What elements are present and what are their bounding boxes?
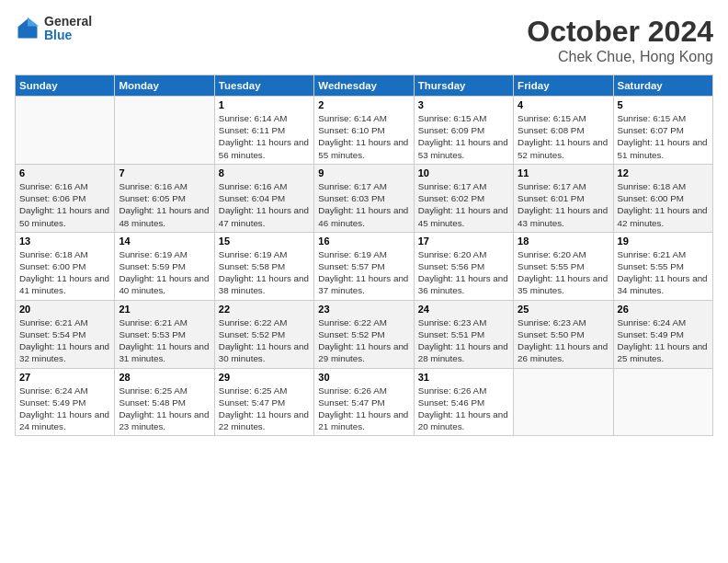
weekday-header-saturday: Saturday bbox=[613, 75, 712, 97]
calendar-cell: 30Sunrise: 6:26 AM Sunset: 5:47 PM Dayli… bbox=[314, 368, 414, 436]
calendar-cell: 9Sunrise: 6:17 AM Sunset: 6:03 PM Daylig… bbox=[314, 164, 414, 232]
calendar-cell: 17Sunrise: 6:20 AM Sunset: 5:56 PM Dayli… bbox=[414, 232, 513, 300]
day-number: 7 bbox=[119, 167, 210, 178]
calendar-cell bbox=[115, 97, 214, 165]
calendar-week-row: 13Sunrise: 6:18 AM Sunset: 6:00 PM Dayli… bbox=[16, 232, 713, 300]
calendar-cell bbox=[613, 368, 712, 436]
calendar-cell: 18Sunrise: 6:20 AM Sunset: 5:55 PM Dayli… bbox=[514, 232, 613, 300]
day-number: 1 bbox=[219, 99, 310, 110]
calendar-week-row: 20Sunrise: 6:21 AM Sunset: 5:54 PM Dayli… bbox=[16, 300, 713, 368]
cell-details: Sunrise: 6:15 AM Sunset: 6:09 PM Dayligh… bbox=[418, 112, 509, 161]
day-number: 30 bbox=[318, 372, 409, 383]
day-number: 22 bbox=[219, 304, 310, 315]
day-number: 5 bbox=[618, 99, 709, 110]
cell-details: Sunrise: 6:25 AM Sunset: 5:48 PM Dayligh… bbox=[119, 385, 210, 433]
cell-details: Sunrise: 6:16 AM Sunset: 6:05 PM Dayligh… bbox=[119, 180, 210, 229]
calendar-cell: 28Sunrise: 6:25 AM Sunset: 5:48 PM Dayli… bbox=[115, 368, 214, 436]
calendar-cell: 7Sunrise: 6:16 AM Sunset: 6:05 PM Daylig… bbox=[115, 164, 214, 232]
calendar-cell: 23Sunrise: 6:22 AM Sunset: 5:52 PM Dayli… bbox=[314, 300, 414, 368]
month-title: October 2024 bbox=[527, 15, 713, 49]
day-number: 21 bbox=[119, 304, 210, 315]
day-number: 26 bbox=[618, 304, 709, 315]
day-number: 9 bbox=[318, 167, 409, 178]
day-number: 13 bbox=[19, 236, 110, 247]
cell-details: Sunrise: 6:20 AM Sunset: 5:55 PM Dayligh… bbox=[518, 248, 609, 297]
cell-details: Sunrise: 6:14 AM Sunset: 6:11 PM Dayligh… bbox=[219, 112, 310, 161]
calendar-cell: 29Sunrise: 6:25 AM Sunset: 5:47 PM Dayli… bbox=[214, 368, 313, 436]
calendar-cell: 4Sunrise: 6:15 AM Sunset: 6:08 PM Daylig… bbox=[514, 97, 613, 165]
calendar-cell: 20Sunrise: 6:21 AM Sunset: 5:54 PM Dayli… bbox=[16, 300, 115, 368]
calendar-cell: 22Sunrise: 6:22 AM Sunset: 5:52 PM Dayli… bbox=[214, 300, 313, 368]
calendar-cell: 16Sunrise: 6:19 AM Sunset: 5:57 PM Dayli… bbox=[314, 232, 414, 300]
cell-details: Sunrise: 6:17 AM Sunset: 6:03 PM Dayligh… bbox=[318, 180, 409, 229]
cell-details: Sunrise: 6:17 AM Sunset: 6:01 PM Dayligh… bbox=[518, 180, 609, 229]
calendar-week-row: 27Sunrise: 6:24 AM Sunset: 5:49 PM Dayli… bbox=[16, 368, 713, 436]
logo-text: General Blue bbox=[44, 15, 92, 43]
cell-details: Sunrise: 6:18 AM Sunset: 6:00 PM Dayligh… bbox=[19, 248, 110, 297]
cell-details: Sunrise: 6:24 AM Sunset: 5:49 PM Dayligh… bbox=[618, 316, 709, 365]
cell-details: Sunrise: 6:21 AM Sunset: 5:53 PM Dayligh… bbox=[119, 316, 210, 365]
cell-details: Sunrise: 6:21 AM Sunset: 5:54 PM Dayligh… bbox=[19, 316, 110, 365]
calendar-table: SundayMondayTuesdayWednesdayThursdayFrid… bbox=[15, 75, 713, 436]
day-number: 14 bbox=[119, 236, 210, 247]
cell-details: Sunrise: 6:19 AM Sunset: 5:59 PM Dayligh… bbox=[119, 248, 210, 297]
title-area: October 2024 Chek Chue, Hong Kong bbox=[527, 15, 713, 65]
weekday-header-monday: Monday bbox=[115, 75, 214, 97]
logo-icon bbox=[15, 16, 40, 41]
calendar-cell: 19Sunrise: 6:21 AM Sunset: 5:55 PM Dayli… bbox=[613, 232, 712, 300]
weekday-header-tuesday: Tuesday bbox=[214, 75, 313, 97]
cell-details: Sunrise: 6:18 AM Sunset: 6:00 PM Dayligh… bbox=[618, 180, 709, 229]
day-number: 19 bbox=[618, 236, 709, 247]
logo-general-text: General bbox=[44, 15, 92, 29]
cell-details: Sunrise: 6:16 AM Sunset: 6:04 PM Dayligh… bbox=[219, 180, 310, 229]
day-number: 6 bbox=[19, 167, 110, 178]
header: General Blue October 2024 Chek Chue, Hon… bbox=[15, 15, 713, 65]
calendar-cell: 27Sunrise: 6:24 AM Sunset: 5:49 PM Dayli… bbox=[16, 368, 115, 436]
day-number: 27 bbox=[19, 372, 110, 383]
calendar-cell: 5Sunrise: 6:15 AM Sunset: 6:07 PM Daylig… bbox=[613, 97, 712, 165]
cell-details: Sunrise: 6:26 AM Sunset: 5:47 PM Dayligh… bbox=[318, 385, 409, 433]
day-number: 24 bbox=[418, 304, 509, 315]
cell-details: Sunrise: 6:15 AM Sunset: 6:08 PM Dayligh… bbox=[518, 112, 609, 161]
day-number: 29 bbox=[219, 372, 310, 383]
cell-details: Sunrise: 6:17 AM Sunset: 6:02 PM Dayligh… bbox=[418, 180, 509, 229]
cell-details: Sunrise: 6:14 AM Sunset: 6:10 PM Dayligh… bbox=[318, 112, 409, 161]
day-number: 25 bbox=[518, 304, 609, 315]
calendar-cell: 3Sunrise: 6:15 AM Sunset: 6:09 PM Daylig… bbox=[414, 97, 513, 165]
cell-details: Sunrise: 6:16 AM Sunset: 6:06 PM Dayligh… bbox=[19, 180, 110, 229]
calendar-cell: 12Sunrise: 6:18 AM Sunset: 6:00 PM Dayli… bbox=[613, 164, 712, 232]
calendar-cell: 11Sunrise: 6:17 AM Sunset: 6:01 PM Dayli… bbox=[514, 164, 613, 232]
calendar-cell bbox=[16, 97, 115, 165]
cell-details: Sunrise: 6:22 AM Sunset: 5:52 PM Dayligh… bbox=[318, 316, 409, 365]
cell-details: Sunrise: 6:19 AM Sunset: 5:58 PM Dayligh… bbox=[219, 248, 310, 297]
calendar-cell: 31Sunrise: 6:26 AM Sunset: 5:46 PM Dayli… bbox=[414, 368, 513, 436]
day-number: 18 bbox=[518, 236, 609, 247]
cell-details: Sunrise: 6:26 AM Sunset: 5:46 PM Dayligh… bbox=[418, 385, 509, 433]
day-number: 10 bbox=[418, 167, 509, 178]
day-number: 15 bbox=[219, 236, 310, 247]
calendar-cell: 2Sunrise: 6:14 AM Sunset: 6:10 PM Daylig… bbox=[314, 97, 414, 165]
day-number: 23 bbox=[318, 304, 409, 315]
weekday-header-thursday: Thursday bbox=[414, 75, 513, 97]
day-number: 16 bbox=[318, 236, 409, 247]
calendar-cell: 10Sunrise: 6:17 AM Sunset: 6:02 PM Dayli… bbox=[414, 164, 513, 232]
calendar-cell bbox=[514, 368, 613, 436]
calendar-week-row: 1Sunrise: 6:14 AM Sunset: 6:11 PM Daylig… bbox=[16, 97, 713, 165]
svg-marker-1 bbox=[28, 17, 39, 27]
weekday-header-row: SundayMondayTuesdayWednesdayThursdayFrid… bbox=[16, 75, 713, 97]
day-number: 3 bbox=[418, 99, 509, 110]
calendar-cell: 14Sunrise: 6:19 AM Sunset: 5:59 PM Dayli… bbox=[115, 232, 214, 300]
calendar-cell: 8Sunrise: 6:16 AM Sunset: 6:04 PM Daylig… bbox=[214, 164, 313, 232]
cell-details: Sunrise: 6:22 AM Sunset: 5:52 PM Dayligh… bbox=[219, 316, 310, 365]
calendar-cell: 13Sunrise: 6:18 AM Sunset: 6:00 PM Dayli… bbox=[16, 232, 115, 300]
cell-details: Sunrise: 6:23 AM Sunset: 5:50 PM Dayligh… bbox=[518, 316, 609, 365]
cell-details: Sunrise: 6:24 AM Sunset: 5:49 PM Dayligh… bbox=[19, 385, 110, 433]
calendar-cell: 15Sunrise: 6:19 AM Sunset: 5:58 PM Dayli… bbox=[214, 232, 313, 300]
calendar-cell: 26Sunrise: 6:24 AM Sunset: 5:49 PM Dayli… bbox=[613, 300, 712, 368]
calendar-cell: 1Sunrise: 6:14 AM Sunset: 6:11 PM Daylig… bbox=[214, 97, 313, 165]
calendar-cell: 6Sunrise: 6:16 AM Sunset: 6:06 PM Daylig… bbox=[16, 164, 115, 232]
calendar-week-row: 6Sunrise: 6:16 AM Sunset: 6:06 PM Daylig… bbox=[16, 164, 713, 232]
day-number: 31 bbox=[418, 372, 509, 383]
cell-details: Sunrise: 6:20 AM Sunset: 5:56 PM Dayligh… bbox=[418, 248, 509, 297]
location-subtitle: Chek Chue, Hong Kong bbox=[527, 49, 713, 65]
